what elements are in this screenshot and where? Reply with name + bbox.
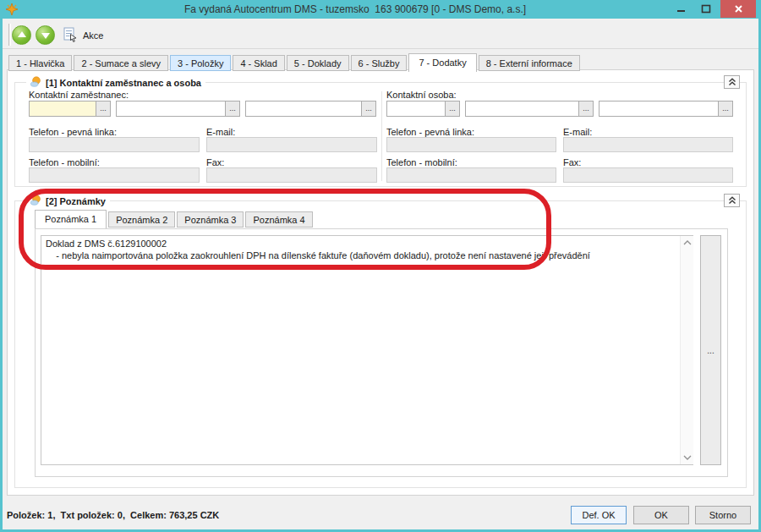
tab-poznamka-1[interactable]: Poznámka 1 (35, 210, 107, 228)
person-code-picker-button[interactable]: ... (445, 101, 459, 116)
contact-group-title: [1] Kontaktní zaměstnanec a osoba (26, 76, 205, 89)
close-icon (734, 4, 743, 14)
previous-record-button[interactable] (12, 25, 31, 45)
person-name-input[interactable] (466, 101, 578, 116)
app-icon (6, 3, 18, 15)
employee-email-input (206, 137, 377, 152)
tab-externi-informace[interactable]: 8 - Externí informace (479, 55, 580, 71)
employee-extra-picker-button[interactable]: ... (361, 101, 375, 116)
maximize-button[interactable] (693, 0, 719, 18)
akce-label: Akce (83, 30, 103, 41)
storno-button[interactable]: Storno (695, 506, 751, 524)
employee-extra-field[interactable]: ... (245, 101, 376, 117)
scroll-down-icon[interactable] (682, 454, 693, 461)
employee-column: Kontaktní zaměstnanec: ... ... ... Telef… (29, 90, 377, 181)
person-phone-label: Telefon - pevná linka: (386, 127, 556, 137)
tab-hlavicka[interactable]: 1 - Hlavička (8, 55, 72, 71)
person-mobile-input (386, 167, 556, 183)
person-column: Kontaktní osoba: ... ... ... Telefon - p… (386, 90, 733, 181)
person-code-field[interactable]: ... (386, 101, 460, 117)
employee-phone-label: Telefon - pevná linka: (29, 127, 200, 137)
note-editor-button[interactable]: ... (700, 235, 721, 465)
collapse-notes-button[interactable] (724, 194, 740, 207)
person-label: Kontaktní osoba: (386, 90, 457, 100)
employee-phone-input (29, 137, 200, 152)
notes-group-label: [2] Poznámky (46, 196, 106, 206)
person-fax-label: Fax: (563, 157, 733, 167)
employee-code-input[interactable] (30, 101, 96, 116)
action-list-icon (63, 27, 78, 44)
app-window: Fa vydaná Autocentrum DMS - tuzemsko 163… (0, 0, 761, 532)
close-button[interactable] (720, 0, 756, 18)
person-code-input[interactable] (387, 101, 445, 116)
person-lookup-row: ... ... ... (386, 101, 733, 117)
employee-lookup-row: ... ... ... (29, 101, 377, 117)
notes-groupbox: [2] Poznámky Poznámka 1 Poznámka 2 Pozná… (14, 200, 747, 488)
tab-doklady[interactable]: 5 - Doklady (287, 55, 349, 71)
note-tab-page: Doklad z DMS č.6129100002 - nebyla naimp… (35, 228, 728, 477)
employee-fax-label: Fax: (206, 157, 377, 167)
tab-sumace-a-slevy[interactable]: 2 - Sumace a slevy (74, 55, 168, 71)
person-extra-field[interactable]: ... (599, 101, 733, 117)
contact-group-label: [1] Kontaktní zaměstnanec a osoba (46, 78, 201, 88)
person-fax-input (563, 167, 733, 183)
tab-dodatky[interactable]: 7 - Dodatky (408, 53, 476, 72)
employee-email-label: E-mail: (206, 127, 377, 137)
employee-mobile-label: Telefon - mobilní: (29, 157, 200, 167)
window-title: Fa vydaná Autocentrum DMS - tuzemsko 163… (51, 0, 660, 19)
person-mobile-label: Telefon - mobilní: (386, 157, 556, 167)
minimize-button[interactable] (668, 0, 693, 18)
status-text: Položek: 1, Txt položek: 0, Celkem: 763,… (7, 510, 219, 520)
person-name-picker-button[interactable]: ... (578, 101, 593, 116)
note-textarea[interactable]: Doklad z DMS č.6129100002 - nebyla naimp… (41, 235, 693, 465)
arrow-down-icon (41, 33, 50, 39)
note-scrollbar[interactable] (680, 236, 693, 464)
employee-code-picker-button[interactable]: ... (96, 101, 110, 116)
employee-name-field[interactable]: ... (116, 101, 240, 117)
tab-sklad[interactable]: 4 - Sklad (233, 55, 284, 71)
ok-button[interactable]: OK (633, 506, 689, 524)
person-extra-picker-button[interactable]: ... (718, 101, 732, 116)
contact-groupbox: [1] Kontaktní zaměstnanec a osoba Kontak… (14, 82, 747, 187)
collapse-icon (728, 78, 736, 86)
employee-name-picker-button[interactable]: ... (225, 101, 239, 116)
person-name-field[interactable]: ... (465, 101, 594, 117)
notes-group-title: [2] Poznámky (26, 195, 110, 207)
tab-sluzby[interactable]: 6 - Služby (351, 55, 408, 71)
employee-fax-input (206, 167, 377, 183)
maximize-icon (701, 4, 711, 14)
main-tabstrip: 1 - Hlavička 2 - Sumace a slevy 3 - Polo… (8, 53, 582, 71)
arrow-up-icon (18, 31, 26, 37)
person-extra-input[interactable] (599, 101, 718, 116)
akce-button[interactable]: Akce (63, 25, 103, 45)
person-phone-input (386, 137, 556, 152)
sun-icon (30, 195, 41, 207)
employee-name-input[interactable] (117, 101, 225, 116)
person-email-input (563, 137, 733, 152)
toolbar-separator (3, 48, 758, 49)
employee-mobile-input (29, 167, 200, 183)
sun-icon (30, 76, 41, 89)
person-email-label: E-mail: (563, 127, 733, 137)
employee-code-field[interactable]: ... (29, 101, 111, 117)
minimize-icon (676, 4, 686, 14)
tab-poznamka-2[interactable]: Poznámka 2 (108, 211, 175, 228)
tab-polozky[interactable]: 3 - Položky (170, 55, 231, 71)
collapse-contacts-button[interactable] (724, 75, 740, 89)
def-ok-button[interactable]: Def. OK (571, 506, 627, 524)
collapse-icon (728, 196, 736, 205)
next-record-button[interactable] (36, 25, 55, 45)
employee-extra-input[interactable] (246, 101, 361, 116)
note-tabstrip: Poznámka 1 Poznámka 2 Poznámka 3 Poznámk… (35, 210, 315, 228)
employee-label: Kontaktní zaměstnanec: (29, 90, 129, 100)
titlebar: Fa vydaná Autocentrum DMS - tuzemsko 163… (0, 0, 761, 19)
column-divider (381, 91, 382, 181)
scroll-up-icon[interactable] (682, 239, 693, 246)
tab-poznamka-3[interactable]: Poznámka 3 (177, 211, 244, 228)
tab-poznamka-4[interactable]: Poznámka 4 (245, 211, 312, 228)
toolbar-grip[interactable] (8, 24, 11, 46)
